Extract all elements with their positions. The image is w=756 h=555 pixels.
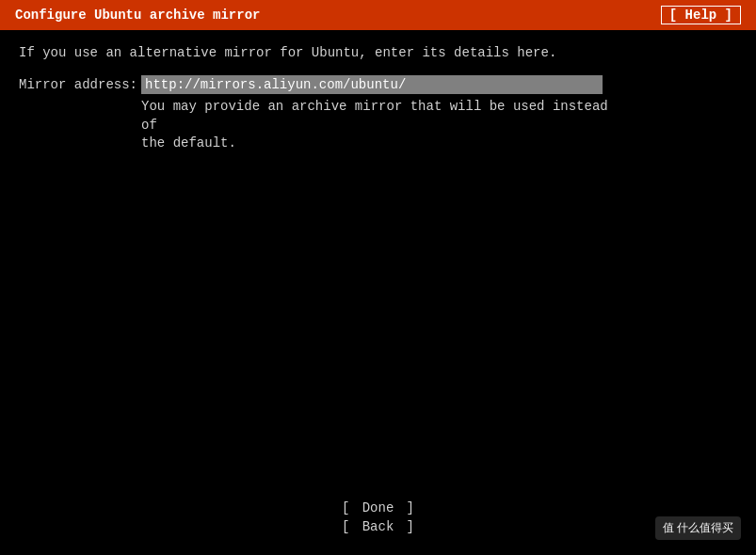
window-title: Configure Ubuntu archive mirror	[15, 8, 260, 23]
done-label: Done	[350, 500, 407, 515]
mirror-description: You may provide an archive mirror that w…	[141, 98, 612, 153]
mirror-input-block: You may provide an archive mirror that w…	[141, 75, 612, 153]
watermark: 值 什么值得买	[655, 516, 741, 540]
help-button[interactable]: [ Help ]	[661, 6, 741, 24]
intro-text: If you use an alternative mirror for Ubu…	[19, 45, 737, 60]
back-label: Back	[350, 519, 407, 534]
content-area: If you use an alternative mirror for Ubu…	[0, 30, 756, 499]
buttons-area: [ Done ] [ Back ]	[0, 499, 756, 555]
done-button[interactable]: [ Done ]	[342, 499, 414, 517]
mirror-row: Mirror address: You may provide an archi…	[19, 75, 737, 153]
title-bar: Configure Ubuntu archive mirror [ Help ]	[0, 0, 756, 30]
back-button[interactable]: [ Back ]	[342, 517, 414, 536]
mirror-address-input[interactable]	[141, 75, 603, 94]
screen: Configure Ubuntu archive mirror [ Help ]…	[0, 0, 756, 555]
mirror-label: Mirror address:	[19, 75, 137, 92]
